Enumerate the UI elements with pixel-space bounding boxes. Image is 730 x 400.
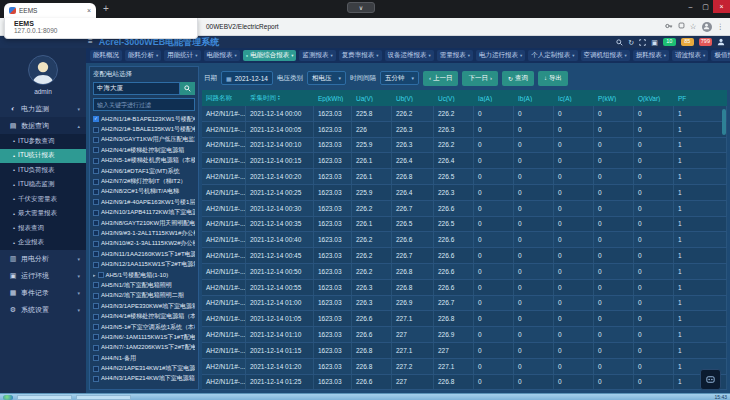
tree-checkbox[interactable] — [93, 199, 99, 205]
table-row[interactable]: AH2/N1/1#-...2021-12-14 00:351623.03226.… — [202, 217, 727, 233]
floating-assistant-button[interactable] — [700, 369, 721, 390]
nav-item-10[interactable]: 个人定制报表▾ — [528, 50, 577, 61]
tree-item-1[interactable]: AH2/N2/1#-1BALE135KW1号楼配电箱 — [93, 124, 195, 134]
tree-item-12[interactable]: AH3/N10/#2-1-3AL1115KW2#办公楼 — [93, 239, 195, 249]
tree-item-19[interactable]: AH3/N4/1#楼梯处控制室电源箱（本楼 — [93, 311, 195, 321]
tree-checkbox[interactable] — [93, 334, 99, 340]
sidebar-item-12[interactable]: ▦事件记录▾ — [0, 284, 86, 301]
tree-checkbox[interactable] — [93, 147, 99, 153]
column-header-ia[interactable]: Ia(A) — [474, 95, 514, 102]
tree-item-17[interactable]: AH3/N2/地下室配电箱照明二期 — [93, 291, 195, 301]
tree-item-21[interactable]: AH3/N6/-1AM1115KW1S下1#T配电箱 — [93, 332, 195, 342]
nav-item-9[interactable]: 电力运行报表▾ — [476, 50, 525, 61]
sidebar-subitem-3[interactable]: •ITU统计报表 — [0, 149, 86, 164]
window-maximize-button[interactable]: ▢ — [698, 0, 713, 13]
sidebar-subitem-7[interactable]: •最大需量报表 — [0, 207, 86, 222]
browser-tab[interactable]: EEMS × — [4, 3, 96, 18]
window-minimize-button[interactable]: – — [683, 0, 698, 13]
tree-item-2[interactable]: AH2/N3/GAYT1KW用户低压配电监测 — [93, 135, 195, 145]
table-row[interactable]: AH2/N1/1#-...2021-12-14 00:001623.03225.… — [202, 106, 727, 122]
table-row[interactable]: AH2/N1/1#-...2021-12-14 00:101623.03225.… — [202, 138, 727, 154]
tree-item-25[interactable]: AH4/N3/1APE214KW地下室电源箱 — [93, 374, 195, 384]
tree-checkbox[interactable] — [93, 303, 99, 309]
tree-checkbox[interactable] — [93, 345, 99, 351]
window-close-button[interactable]: × — [713, 0, 730, 13]
tree-item-20[interactable]: AH3/N5-1#下室空调系统1系统（本楼 — [93, 322, 195, 332]
alarm-badge-warning[interactable]: 85 — [681, 38, 694, 46]
tree-item-4[interactable]: AH2/N5-1#楼梯处机房电源箱（本楼） — [93, 156, 195, 166]
taskbar-app-button[interactable] — [76, 395, 131, 400]
key-icon[interactable] — [665, 22, 673, 32]
tree-item-22[interactable]: AH3/N7/-1AM2206KW1S下2#T配电箱 — [93, 343, 195, 353]
tree-item-9[interactable]: AH2/N10/1APB41172KW地下室电源箱 — [93, 208, 195, 218]
user-icon[interactable] — [717, 38, 725, 46]
tree-item-18[interactable]: AH3/N3/1APE330KW#地下室电源箱 — [93, 301, 195, 311]
sidebar-subitem-2[interactable]: •ITU参数查询 — [0, 134, 86, 149]
column-header-ib[interactable]: Ib(A) — [514, 95, 554, 102]
url-suggestion-dropdown[interactable]: EEMS 127.0.0.1:8090 — [4, 18, 198, 39]
tree-checkbox[interactable] — [93, 282, 99, 288]
tree-item-13[interactable]: AH3/N11/1AA2160KW1S下1#T电源箱 — [93, 249, 195, 259]
nav-item-4[interactable]: ●电能综合报表▾ — [243, 50, 297, 61]
nav-item-11[interactable]: 空调机组报表▾ — [581, 50, 630, 61]
table-row[interactable]: AH2/N1/1#-...2021-12-14 01:201623.03226.… — [202, 359, 727, 375]
nav-item-3[interactable]: 电能报表▾ — [204, 50, 240, 61]
browser-profile-avatar[interactable] — [702, 22, 712, 32]
tree-checkbox[interactable] — [93, 314, 99, 320]
station-search-button[interactable] — [180, 82, 195, 95]
taskbar-app-button[interactable] — [17, 395, 72, 400]
tree-item-8[interactable]: AH2/N9/1#-40APE163KW1号楼1层配电箱 — [93, 197, 195, 207]
tree-checkbox[interactable] — [93, 230, 99, 236]
nav-item-5[interactable]: 监测报表▾ — [299, 50, 335, 61]
browser-url-bar[interactable]: EEMS 127.0.0.1:8090 00WEBV2/ElectricRepo… — [0, 18, 730, 36]
tree-checkbox[interactable] — [93, 220, 99, 226]
date-input[interactable]: ▦ 2021-12-14 — [221, 71, 273, 85]
table-row[interactable]: AH2/N1/1#-...2021-12-14 01:101623.03226.… — [202, 327, 727, 343]
tree-checkbox[interactable] — [93, 189, 99, 195]
nav-item-12[interactable]: 损耗报表▾ — [633, 50, 669, 61]
table-row[interactable]: AH2/N1/1#-...2021-12-14 00:201623.03226.… — [202, 169, 727, 185]
tree-checkbox[interactable] — [93, 324, 99, 330]
column-header-ep[interactable]: Ep(kWh) — [314, 95, 352, 102]
table-row[interactable]: AH2/N1/1#-...2021-12-14 00:051623.032262… — [202, 122, 727, 138]
tree-item-3[interactable]: AH2/N4/1#楼梯处控制室电源箱 — [93, 145, 195, 155]
column-header-pf[interactable]: PF — [674, 95, 727, 102]
alarm-badge-normal[interactable]: 10 — [663, 38, 676, 46]
tree-item-15[interactable]: ▸AH5/1号楼配电箱(1-10) — [93, 270, 195, 280]
tree-checkbox[interactable] — [93, 355, 99, 361]
table-row[interactable]: AH2/N1/1#-...2021-12-14 00:451623.03226.… — [202, 248, 727, 264]
table-row[interactable]: AH2/N1/1#-...2021-12-14 01:051623.03226.… — [202, 311, 727, 327]
table-row[interactable]: AH2/N1/1#-...2021-12-14 00:251623.03225.… — [202, 185, 727, 201]
tree-checkbox[interactable] — [93, 251, 99, 257]
sidebar-item-13[interactable]: ⚙系统设置▾ — [0, 301, 86, 318]
column-header-q[interactable]: Q(kVar) — [634, 95, 674, 102]
sidebar-subitem-5[interactable]: •ITU稳态监测 — [0, 178, 86, 193]
sidebar-subitem-9[interactable]: •企业报表 — [0, 236, 86, 251]
tree-checkbox[interactable] — [93, 376, 99, 382]
next-day-button[interactable]: 下一日 › — [462, 71, 498, 86]
tree-item-10[interactable]: AH3/N8/GAYT210KW用天照明配电箱 — [93, 218, 195, 228]
table-row[interactable]: AH2/N1/1#-...2021-12-14 01:001623.03226.… — [202, 296, 727, 312]
fullscreen-icon[interactable] — [639, 39, 646, 46]
table-row[interactable]: AH2/N1/1#-...2021-12-14 00:501623.03226.… — [202, 264, 727, 280]
hamburger-menu-icon[interactable]: ≡ — [88, 38, 93, 46]
nav-item-0[interactable]: 能耗概况 — [90, 50, 122, 61]
query-button[interactable]: ↻ 查询 — [502, 71, 534, 86]
tree-checkbox[interactable]: ✓ — [93, 116, 99, 122]
start-button[interactable] — [3, 395, 13, 400]
nav-item-14[interactable]: 极值报表▾ — [711, 50, 730, 61]
tree-checkbox[interactable] — [98, 272, 104, 278]
sidebar-subitem-8[interactable]: •报表查询 — [0, 221, 86, 236]
sidebar-item-10[interactable]: ▥用电分析▾ — [0, 250, 86, 267]
sidebar-item-11[interactable]: ▣运行环境▾ — [0, 267, 86, 284]
tab-close-icon[interactable]: × — [87, 7, 91, 14]
station-select[interactable]: 中海大厦 — [93, 82, 180, 95]
table-row[interactable]: AH2/N1/1#-...2021-12-14 00:401623.03226.… — [202, 232, 727, 248]
column-header-uc[interactable]: Uc(V) — [434, 95, 474, 102]
column-header-ua[interactable]: Ua(V) — [352, 95, 392, 102]
column-header-time[interactable]: 采集时间▴▾ — [246, 94, 314, 103]
browser-menu-kebab-icon[interactable]: ⋮ — [717, 23, 725, 31]
nav-item-2[interactable]: 用能统计▾ — [164, 50, 200, 61]
table-row[interactable]: AH2/N1/1#-...2021-12-14 01:251623.03226.… — [202, 375, 727, 390]
screenshot-icon[interactable]: ▣ — [651, 39, 658, 46]
